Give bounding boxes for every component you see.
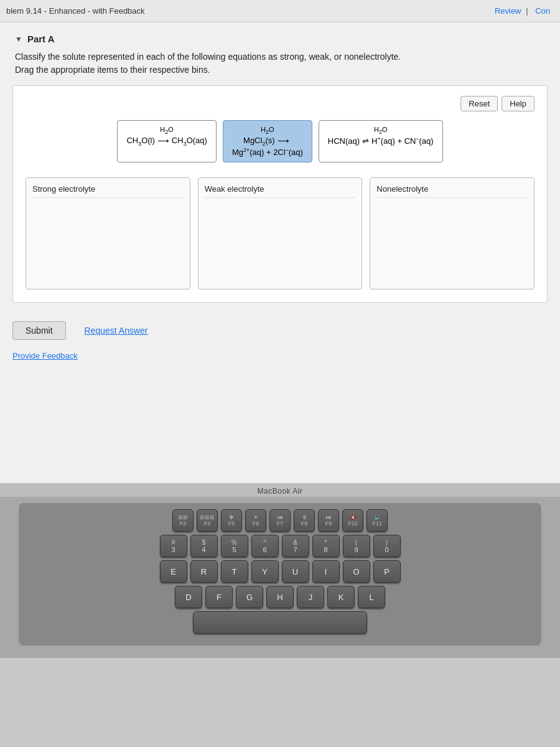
qwerty-key-row: E R T Y U I O P [27, 560, 533, 583]
separator: | [526, 6, 528, 16]
equation-card-2[interactable]: H2O MgCl2(s) ⟶ Mg2+(aq) + 2Cl–(aq) [223, 120, 312, 162]
key-7[interactable]: & 7 [282, 535, 309, 557]
reset-help-row: Reset Help [26, 96, 534, 111]
space-key[interactable] [193, 611, 367, 634]
strong-electrolyte-label: Strong electrolyte [32, 184, 184, 198]
instruction-line1: Classify the solute represented in each … [15, 50, 545, 63]
space-key-row [27, 611, 533, 634]
key-8[interactable]: * 8 [312, 535, 340, 557]
nonelectrolyte-label: Nonelectrolyte [376, 184, 528, 198]
key-e[interactable]: E [160, 560, 187, 583]
bottom-buttons: Submit Request Answer [0, 312, 560, 349]
key-f11[interactable]: 🔉 F11 [366, 509, 388, 532]
eq2-above: H2O [232, 126, 303, 135]
key-d[interactable]: D [175, 586, 202, 608]
part-label: Part A [27, 34, 55, 44]
key-f5[interactable]: ✤ F5 [221, 509, 242, 532]
nonelectrolyte-bin[interactable]: Nonelectrolyte [370, 177, 534, 289]
key-f3[interactable]: ⊞⊞ F3 [172, 509, 194, 532]
eq2-arrow: ⟶ [278, 136, 289, 146]
key-4[interactable]: $ 4 [190, 535, 218, 557]
reset-button[interactable]: Reset [460, 96, 498, 111]
key-3[interactable]: # 3 [160, 535, 187, 557]
eq2-rhs: Mg2+(aq) + 2Cl–(aq) [232, 147, 303, 157]
eq3-rhs: H+(aq) + CN–(aq) [371, 136, 434, 146]
top-bar-links: Review | Con [490, 6, 550, 16]
key-i[interactable]: I [312, 560, 340, 583]
key-h[interactable]: H [266, 586, 294, 608]
fn-key-row: ⊞⊞ F3 ⊞⊞⊞ F4 ✤ F5 ☀ F6 ⏮ F7 ⏸ F8 [27, 509, 533, 532]
eq3-arrow: ⇌ [362, 136, 369, 146]
key-f[interactable]: F [205, 586, 233, 608]
provide-feedback-link[interactable]: Provide Feedback [0, 349, 560, 370]
review-link[interactable]: Review [495, 6, 521, 16]
key-5[interactable]: % 5 [221, 535, 248, 557]
request-answer-button[interactable]: Request Answer [72, 322, 161, 339]
instruction-line2: Drag the appropriate items to their resp… [15, 63, 545, 77]
key-y[interactable]: Y [251, 560, 279, 583]
key-0[interactable]: ) 0 [373, 535, 401, 557]
keyboard-area: ⊞⊞ F3 ⊞⊞⊞ F4 ✤ F5 ☀ F6 ⏮ F7 ⏸ F8 [0, 497, 560, 658]
equations-row: H2O CH3O(l) ⟶ CH3O(aq) H2O MgCl2(s) ⟶ Mg… [26, 120, 534, 162]
eq2-line: MgCl2(s) ⟶ [232, 136, 303, 147]
number-key-row: # 3 $ 4 % 5 ^ 6 & 7 * 8 [27, 535, 533, 557]
key-k[interactable]: K [327, 586, 355, 608]
cont-link[interactable]: Con [535, 6, 550, 16]
collapse-arrow[interactable]: ▼ [15, 35, 22, 44]
equation-card-1[interactable]: H2O CH3O(l) ⟶ CH3O(aq) [117, 120, 217, 162]
macbook-label: MacBook Air [258, 487, 303, 496]
key-g[interactable]: G [236, 586, 263, 608]
part-header: ▼ Part A [0, 22, 560, 49]
instructions: Classify the solute represented in each … [0, 49, 560, 85]
bins-row: Strong electrolyte Weak electrolyte None… [26, 177, 534, 289]
eq2-lhs: MgCl2(s) [243, 136, 275, 147]
key-f8[interactable]: ⏸ F8 [294, 509, 315, 532]
key-p[interactable]: P [373, 560, 401, 583]
drag-container: Reset Help H2O CH3O(l) ⟶ CH3O(aq) H2O Mg… [12, 85, 548, 303]
key-f10[interactable]: 🔇 F10 [342, 509, 363, 532]
key-f6[interactable]: ☀ F6 [245, 509, 266, 532]
eq1-rhs: CH3O(aq) [172, 136, 207, 147]
key-f9[interactable]: ⏭ F9 [318, 509, 339, 532]
eq1-arrow: ⟶ [157, 136, 169, 146]
eq3-line: HCN(aq) ⇌ H+(aq) + CN–(aq) [328, 136, 434, 146]
key-o[interactable]: O [343, 560, 370, 583]
macbook-bar: MacBook Air [0, 483, 560, 497]
eq2-line2: Mg2+(aq) + 2Cl–(aq) [232, 147, 303, 157]
main-content: ▼ Part A Classify the solute represented… [0, 22, 560, 483]
eq3-lhs: HCN(aq) [328, 136, 360, 146]
top-bar: blem 9.14 - Enhanced - with Feedback Rev… [0, 0, 560, 22]
keyboard: ⊞⊞ F3 ⊞⊞⊞ F4 ✤ F5 ☀ F6 ⏮ F7 ⏸ F8 [19, 503, 541, 646]
weak-electrolyte-label: Weak electrolyte [205, 184, 356, 198]
asdf-key-row: D F G H J K L [27, 586, 533, 608]
eq1-above: H2O [126, 126, 207, 135]
key-f4[interactable]: ⊞⊞⊞ F4 [197, 509, 218, 532]
key-6[interactable]: ^ 6 [251, 535, 279, 557]
key-j[interactable]: J [297, 586, 324, 608]
weak-electrolyte-bin[interactable]: Weak electrolyte [198, 177, 363, 289]
help-button[interactable]: Help [502, 96, 534, 111]
key-t[interactable]: T [221, 560, 248, 583]
key-9[interactable]: ( 9 [343, 535, 370, 557]
eq3-above: H2O [328, 126, 434, 135]
submit-button[interactable]: Submit [12, 321, 66, 340]
eq1-lhs: CH3O(l) [126, 136, 154, 147]
strong-electrolyte-bin[interactable]: Strong electrolyte [26, 177, 190, 289]
key-l[interactable]: L [358, 586, 385, 608]
equation-card-3[interactable]: H2O HCN(aq) ⇌ H+(aq) + CN–(aq) [319, 120, 443, 162]
eq1-line: CH3O(l) ⟶ CH3O(aq) [126, 136, 207, 147]
key-u[interactable]: U [282, 560, 309, 583]
key-f7[interactable]: ⏮ F7 [269, 509, 291, 532]
page-title: blem 9.14 - Enhanced - with Feedback [0, 6, 145, 16]
key-r[interactable]: R [190, 560, 218, 583]
